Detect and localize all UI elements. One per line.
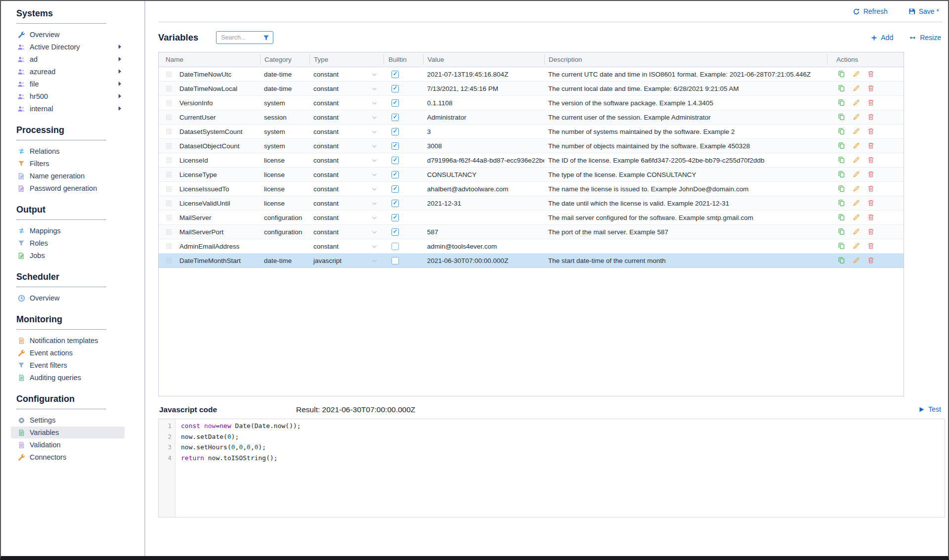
table-row[interactable]: CurrentUser session constant ✓ Administr… xyxy=(159,110,904,125)
edit-button[interactable] xyxy=(853,99,861,107)
builtin-checkbox[interactable]: ✓ xyxy=(391,99,399,107)
copy-button[interactable] xyxy=(838,185,846,193)
chevron-down-icon[interactable] xyxy=(372,99,377,107)
builtin-checkbox[interactable]: ✓ xyxy=(391,157,399,164)
chevron-down-icon[interactable] xyxy=(372,214,377,221)
builtin-checkbox[interactable]: ✓ xyxy=(391,214,399,221)
cell-type[interactable]: constant xyxy=(309,99,384,107)
copy-button[interactable] xyxy=(838,242,846,250)
builtin-checkbox[interactable]: ✓ xyxy=(391,171,399,178)
table-row[interactable]: LicenseType license constant ✓ CONSULTAN… xyxy=(159,168,904,182)
sidebar-item-internal[interactable]: internal xyxy=(11,103,125,115)
table-row[interactable]: DateTimeNowLocal date-time constant ✓ 7/… xyxy=(159,82,904,96)
table-row[interactable]: DatasetObjectCount system constant ✓ 300… xyxy=(159,139,904,153)
column-header-value[interactable]: Value xyxy=(423,52,544,67)
copy-button[interactable] xyxy=(838,113,846,121)
sidebar-item-file[interactable]: file xyxy=(11,78,125,90)
drag-handle-icon[interactable] xyxy=(159,172,178,178)
refresh-button[interactable]: Refresh xyxy=(853,7,888,15)
edit-button[interactable] xyxy=(853,242,861,250)
code-line[interactable]: const now=new Date(Date.now()); xyxy=(181,422,945,433)
chevron-down-icon[interactable] xyxy=(372,142,377,150)
chevron-down-icon[interactable] xyxy=(372,257,377,264)
copy-button[interactable] xyxy=(838,199,846,207)
edit-button[interactable] xyxy=(853,199,861,207)
sidebar-item-relations[interactable]: Relations xyxy=(11,145,125,157)
sidebar-item-mappings[interactable]: Mappings xyxy=(11,225,125,237)
edit-button[interactable] xyxy=(853,228,861,236)
drag-handle-icon[interactable] xyxy=(159,100,178,106)
copy-button[interactable] xyxy=(838,70,846,78)
copy-button[interactable] xyxy=(838,142,846,150)
builtin-checkbox[interactable]: ✓ xyxy=(391,128,399,135)
chevron-right-icon[interactable] xyxy=(118,93,123,99)
builtin-checkbox[interactable]: ✓ xyxy=(391,114,399,121)
column-header-builtin[interactable]: Builtin xyxy=(384,52,423,67)
sidebar-item-notification-templates[interactable]: Notification templates xyxy=(11,335,125,346)
cell-type[interactable]: constant xyxy=(309,142,384,150)
edit-button[interactable] xyxy=(853,185,861,193)
cell-type[interactable]: constant xyxy=(309,171,384,178)
sidebar-item-overview[interactable]: Overview xyxy=(11,29,125,41)
copy-button[interactable] xyxy=(838,156,846,164)
chevron-right-icon[interactable] xyxy=(118,69,123,75)
table-row[interactable]: DatasetSystemCount system constant ✓ 3 T… xyxy=(159,125,904,139)
sidebar-item-active-directory[interactable]: Active Directory xyxy=(11,41,125,53)
code-line[interactable]: now.setDate(0); xyxy=(181,433,945,444)
resize-button[interactable]: Resize xyxy=(909,34,941,42)
cell-type[interactable]: constant xyxy=(309,85,384,92)
edit-button[interactable] xyxy=(853,85,861,92)
chevron-down-icon[interactable] xyxy=(372,228,377,236)
delete-button[interactable] xyxy=(867,199,875,207)
edit-button[interactable] xyxy=(853,142,861,150)
chevron-right-icon[interactable] xyxy=(118,56,123,62)
sidebar-item-filters[interactable]: Filters xyxy=(11,158,125,170)
edit-button[interactable] xyxy=(853,214,861,221)
edit-button[interactable] xyxy=(853,128,861,135)
sidebar-item-settings[interactable]: Settings xyxy=(11,414,125,426)
sidebar-item-validation[interactable]: Validation xyxy=(11,439,125,451)
copy-button[interactable] xyxy=(838,128,846,135)
copy-button[interactable] xyxy=(838,257,846,264)
sidebar-item-roles[interactable]: Roles xyxy=(11,237,125,249)
sidebar-item-ad[interactable]: ad xyxy=(11,53,125,65)
cell-type[interactable]: constant xyxy=(309,243,384,250)
edit-button[interactable] xyxy=(853,156,861,164)
delete-button[interactable] xyxy=(867,185,875,193)
code-area[interactable]: const now=new Date(Date.now());now.setDa… xyxy=(175,419,945,517)
column-header-actions[interactable]: Actions xyxy=(827,52,904,67)
delete-button[interactable] xyxy=(867,242,875,250)
drag-handle-icon[interactable] xyxy=(159,215,178,221)
copy-button[interactable] xyxy=(838,228,846,236)
cell-type[interactable]: constant xyxy=(309,157,384,164)
sidebar-item-event-actions[interactable]: Event actions xyxy=(11,347,125,359)
sidebar-item-password-generation[interactable]: Password generation xyxy=(11,182,125,194)
edit-button[interactable] xyxy=(853,257,861,264)
drag-handle-icon[interactable] xyxy=(159,143,178,149)
table-row[interactable]: MailServer configuration constant ✓ The … xyxy=(159,211,904,225)
builtin-checkbox[interactable] xyxy=(391,243,399,250)
drag-handle-icon[interactable] xyxy=(159,229,178,235)
chevron-down-icon[interactable] xyxy=(372,71,377,78)
drag-handle-icon[interactable] xyxy=(159,258,178,264)
chevron-right-icon[interactable] xyxy=(118,44,123,50)
search-input[interactable] xyxy=(220,34,261,42)
sidebar-item-auditing-queries[interactable]: Auditing queries xyxy=(11,372,125,384)
drag-handle-icon[interactable] xyxy=(159,243,178,250)
chevron-down-icon[interactable] xyxy=(372,157,377,164)
builtin-checkbox[interactable]: ✓ xyxy=(391,185,399,193)
delete-button[interactable] xyxy=(867,85,875,92)
cell-type[interactable]: constant xyxy=(309,114,384,121)
sidebar-item-event-filters[interactable]: Event filters xyxy=(11,359,125,371)
delete-button[interactable] xyxy=(867,228,875,236)
builtin-checkbox[interactable] xyxy=(391,257,399,264)
builtin-checkbox[interactable]: ✓ xyxy=(391,71,399,78)
drag-handle-icon[interactable] xyxy=(159,71,178,78)
code-line[interactable]: return now.toISOString(); xyxy=(181,454,945,465)
sidebar-item-name-generation[interactable]: Name generation xyxy=(11,170,125,182)
cell-type[interactable]: constant xyxy=(309,228,384,236)
sidebar-item-jobs[interactable]: Jobs xyxy=(11,250,125,261)
builtin-checkbox[interactable]: ✓ xyxy=(391,142,399,150)
copy-button[interactable] xyxy=(838,171,846,178)
sidebar-item-overview[interactable]: Overview xyxy=(11,292,125,304)
